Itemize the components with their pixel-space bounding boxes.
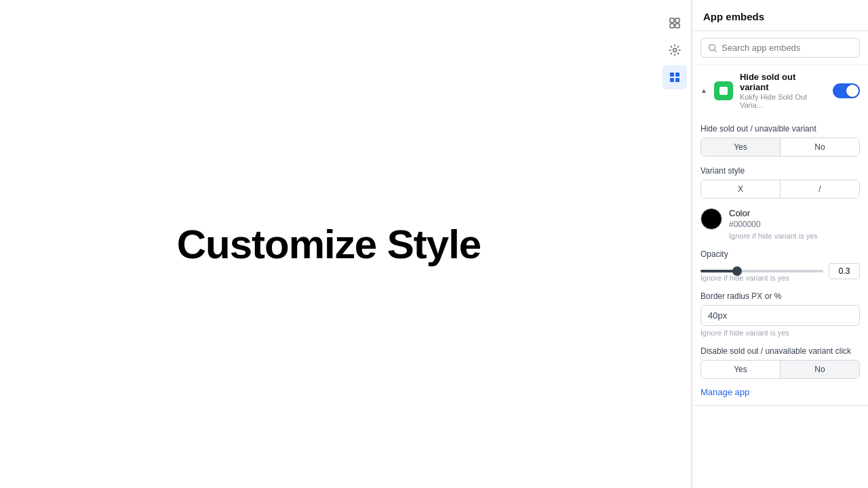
search-input[interactable]	[722, 43, 852, 53]
layout-icon-btn[interactable]	[663, 11, 687, 35]
opacity-slider-wrap	[701, 264, 823, 278]
hide-no-btn[interactable]: No	[781, 138, 859, 156]
border-radius-hint: Ignore if hide variant is yes	[701, 329, 860, 337]
page-title: Customize Style	[177, 221, 481, 268]
disable-click-setting: Disable sold out / unavailable variant c…	[701, 346, 860, 379]
apps-icon-btn[interactable]	[663, 65, 687, 89]
svg-rect-8	[675, 78, 679, 82]
border-radius-input[interactable]	[701, 305, 860, 326]
opacity-row	[701, 263, 860, 279]
svg-rect-1	[675, 18, 679, 22]
variant-style-label: Variant style	[701, 166, 860, 176]
disable-click-label: Disable sold out / unavailable variant c…	[701, 346, 860, 356]
svg-rect-6	[675, 73, 679, 77]
opacity-input[interactable]	[829, 263, 860, 279]
settings-body: Hide sold out / unavaible variant Yes No…	[692, 116, 868, 387]
embed-header[interactable]: ▲ Hide sold out variant Kokfy Hide Sold …	[692, 65, 868, 116]
search-container	[692, 31, 868, 65]
border-radius-setting: Border radius PX or % Ignore if hide var…	[701, 291, 860, 337]
svg-rect-0	[670, 18, 674, 22]
color-label: Color	[729, 208, 818, 218]
border-radius-label: Border radius PX or %	[701, 291, 860, 301]
variant-x-btn[interactable]: X	[701, 180, 781, 198]
slider-track	[701, 270, 823, 272]
opacity-label: Opacity	[701, 249, 860, 259]
color-row: Color #000000 Ignore if hide variant is …	[701, 208, 860, 240]
manage-app-link[interactable]: Manage app	[692, 387, 868, 405]
variant-slash-btn[interactable]: /	[781, 180, 859, 198]
settings-icon	[669, 44, 681, 56]
svg-rect-7	[670, 78, 674, 82]
hide-sold-out-setting: Hide sold out / unavaible variant Yes No	[701, 124, 860, 157]
sidebar-icons	[658, 0, 692, 488]
search-icon	[708, 43, 717, 53]
embed-icon-inner	[719, 87, 728, 95]
settings-icon-btn[interactable]	[663, 38, 687, 62]
color-value: #000000	[729, 220, 818, 229]
panel-header: App embeds	[692, 0, 868, 31]
svg-rect-2	[670, 24, 674, 28]
opacity-setting: Opacity Ignore if hide variant is yes	[701, 249, 860, 282]
right-panel: App embeds ▲ Hide sold out variant Kokfy…	[692, 0, 868, 488]
hide-sold-out-btn-group: Yes No	[701, 138, 860, 157]
embed-subtitle: Kokfy Hide Sold Out Varia...	[740, 93, 826, 109]
slider-fill	[701, 270, 737, 272]
disable-yes-btn[interactable]: Yes	[701, 361, 781, 378]
embed-toggle[interactable]	[833, 83, 860, 98]
embed-app-icon	[714, 81, 733, 100]
disable-click-btn-group: Yes No	[701, 360, 860, 379]
svg-point-4	[673, 49, 676, 52]
search-input-wrap	[701, 38, 860, 58]
slider-thumb[interactable]	[732, 266, 742, 276]
color-setting: Color #000000 Ignore if hide variant is …	[701, 208, 860, 240]
svg-rect-3	[675, 24, 679, 28]
embed-name: Hide sold out variant	[740, 72, 826, 92]
chevron-up-icon: ▲	[701, 87, 707, 94]
toggle-knob	[846, 85, 859, 97]
embed-title-group: Hide sold out variant Kokfy Hide Sold Ou…	[740, 72, 826, 109]
main-content: Customize Style	[0, 0, 658, 488]
apps-icon	[669, 71, 681, 83]
svg-rect-5	[670, 73, 674, 77]
disable-no-btn[interactable]: No	[781, 361, 859, 378]
color-info: Color #000000 Ignore if hide variant is …	[729, 208, 818, 240]
variant-style-btn-group: X /	[701, 180, 860, 199]
variant-style-setting: Variant style X /	[701, 166, 860, 199]
hide-sold-out-label: Hide sold out / unavaible variant	[701, 124, 860, 134]
hide-yes-btn[interactable]: Yes	[701, 138, 781, 156]
embed-section: ▲ Hide sold out variant Kokfy Hide Sold …	[692, 65, 868, 406]
color-swatch[interactable]	[701, 208, 722, 230]
color-hint: Ignore if hide variant is yes	[729, 232, 818, 240]
layout-icon	[669, 17, 681, 29]
